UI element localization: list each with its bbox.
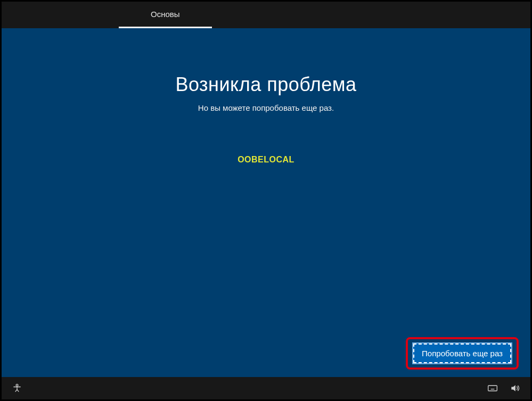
error-message-block: Возникла проблема Но вы можете попробова… (2, 73, 530, 112)
keyboard-icon[interactable] (487, 382, 498, 394)
error-subtext: Но вы можете попробовать еще раз. (2, 103, 530, 112)
bottom-utility-bar (2, 377, 530, 399)
annotation-highlight: Попробовать еще раз (406, 337, 519, 370)
content-area: Возникла проблема Но вы можете попробова… (2, 28, 530, 377)
tab-basics[interactable]: Основы (119, 2, 212, 28)
bottom-left-group (11, 382, 23, 394)
bottom-right-group (487, 382, 521, 394)
retry-button-highlight: Попробовать еще раз (406, 337, 519, 370)
volume-icon[interactable] (509, 382, 521, 394)
svg-point-0 (16, 384, 18, 386)
window-frame: Основы Возникла проблема Но вы можете по… (0, 0, 532, 401)
ease-of-access-icon[interactable] (11, 382, 23, 394)
error-code: OOBELOCAL (2, 155, 530, 165)
tab-label: Основы (151, 10, 180, 19)
svg-rect-1 (488, 386, 497, 391)
retry-button[interactable]: Попробовать еще раз (413, 343, 511, 363)
top-tab-bar: Основы (2, 2, 530, 28)
error-heading: Возникла проблема (2, 73, 530, 96)
